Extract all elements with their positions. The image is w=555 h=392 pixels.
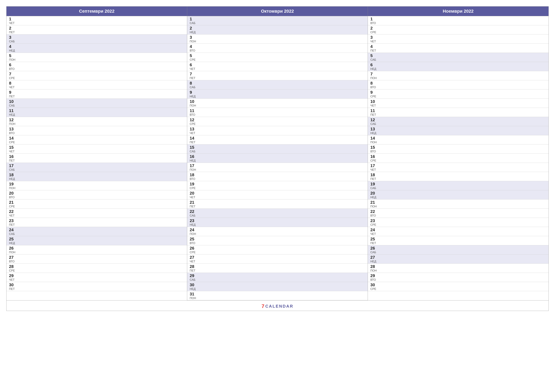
day-row: 18ПЕТ — [368, 172, 548, 181]
day-row: 14ПЕТ — [187, 135, 368, 144]
day-row: 14СРЕ — [7, 135, 187, 144]
day-row: 21СРЕ — [7, 200, 187, 209]
day-row: 24ПОН — [187, 227, 368, 236]
day-number: 26 — [9, 246, 17, 250]
day-name: ПЕТ — [190, 205, 197, 208]
day-name: САБ — [190, 214, 197, 217]
day-name: НЕД — [190, 159, 197, 162]
day-number: 14 — [190, 136, 197, 141]
day-row: 12ПОН — [7, 117, 187, 126]
day-info: 8ЧЕТ — [9, 81, 17, 89]
day-info: 2СРЕ — [370, 26, 378, 34]
day-info: 13ЧЕТ — [190, 127, 197, 135]
day-name: НЕД — [370, 260, 378, 263]
day-info: 27ВТО — [9, 255, 17, 263]
day-name: ВТО — [190, 242, 197, 244]
day-name: ПОН — [370, 269, 378, 272]
day-row: 10ПОН — [187, 99, 368, 108]
day-row: 11ПЕТ — [368, 108, 548, 117]
day-name: САБ — [9, 168, 17, 171]
day-number: 5 — [370, 53, 378, 58]
day-number: 21 — [190, 200, 197, 205]
day-info: 16НЕД — [190, 154, 197, 162]
day-name: НЕД — [9, 49, 17, 52]
day-row: 9СРЕ — [368, 89, 548, 99]
day-row: 29ВТО — [368, 273, 548, 282]
day-info: 10ПОН — [190, 99, 197, 107]
day-info: 23СРЕ — [370, 218, 378, 226]
day-name: НЕД — [190, 223, 197, 226]
day-name: ПОН — [370, 77, 378, 79]
day-info: 5ПОН — [9, 53, 17, 61]
day-number: 4 — [9, 44, 17, 49]
day-number: 17 — [370, 164, 378, 168]
day-info: 10САБ — [9, 99, 17, 107]
day-name: САБ — [370, 251, 378, 254]
day-row: 25ПЕТ — [368, 236, 548, 245]
day-number: 19 — [9, 182, 17, 186]
day-info: 21ПОН — [370, 200, 378, 208]
day-row: 3ЧЕТ — [368, 35, 548, 44]
day-info: 15САБ — [190, 145, 197, 153]
day-info: 3ЧЕТ — [370, 35, 378, 43]
day-info: 2НЕД — [190, 26, 197, 34]
day-row: 10САБ — [7, 99, 187, 108]
day-info: 22ЧЕТ — [9, 209, 17, 217]
day-info: 25ПЕТ — [370, 237, 378, 244]
day-name: ВТО — [9, 260, 17, 263]
day-name: ПОН — [190, 233, 197, 235]
day-row: 18ВТО — [187, 172, 368, 181]
day-info: 22САБ — [190, 209, 197, 217]
day-name: ПОН — [370, 141, 378, 144]
day-name: САБ — [190, 278, 197, 281]
day-number: 26 — [370, 246, 378, 250]
day-name: ПЕТ — [9, 287, 17, 290]
day-number: 2 — [190, 26, 197, 30]
day-row: 6НЕД — [368, 62, 548, 71]
day-row: 28СРЕ — [7, 264, 187, 273]
day-row: 5СРЕ — [187, 53, 368, 62]
day-number: 1 — [9, 17, 17, 21]
day-row: 19СРЕ — [187, 181, 368, 190]
day-row: 25НЕД — [7, 236, 187, 245]
day-name: ПЕТ — [9, 95, 17, 98]
day-info: 18ВТО — [190, 173, 197, 180]
day-row: 28ПОН — [368, 264, 548, 273]
day-number: 27 — [370, 255, 378, 260]
day-number: 13 — [190, 127, 197, 131]
day-name: ВТО — [190, 113, 197, 116]
day-row: 25ВТО — [187, 236, 368, 245]
day-number: 15 — [190, 145, 197, 150]
day-name: НЕД — [9, 242, 17, 244]
calendar-footer: 7CALENDAR — [7, 300, 548, 311]
day-number: 9 — [9, 90, 17, 95]
day-name: ЧЕТ — [370, 40, 378, 43]
day-info: 7ПОН — [370, 72, 378, 79]
day-info: 7ПЕТ — [190, 72, 197, 79]
day-name: СРЕ — [370, 159, 378, 162]
day-row: 1ЧЕТ — [7, 16, 187, 25]
day-info: 21СРЕ — [9, 200, 17, 208]
day-info: 11ВТО — [190, 108, 197, 116]
day-number: 17 — [9, 164, 17, 168]
day-row: 18НЕД — [7, 172, 187, 181]
day-name: ЧЕТ — [370, 168, 378, 171]
day-info: 6ЧЕТ — [190, 63, 197, 70]
day-row: 22САБ — [187, 209, 368, 218]
day-row: 16ПЕТ — [7, 154, 187, 163]
day-info: 28ПОН — [370, 264, 378, 272]
day-name: ПЕТ — [9, 223, 17, 226]
day-number: 28 — [190, 264, 197, 269]
day-name: ЧЕТ — [370, 233, 378, 235]
day-info: 19СРЕ — [190, 182, 197, 190]
day-name: НЕД — [370, 67, 378, 70]
day-name: СРЕ — [9, 141, 17, 144]
day-name: ПЕТ — [370, 49, 378, 52]
day-row: 8ЧЕТ — [7, 80, 187, 89]
day-name: СРЕ — [9, 205, 17, 208]
day-name: НЕД — [9, 178, 17, 180]
day-number: 11 — [190, 108, 197, 113]
day-info: 4НЕД — [9, 44, 17, 52]
day-number: 20 — [9, 191, 17, 196]
day-name: ПОН — [190, 40, 197, 43]
